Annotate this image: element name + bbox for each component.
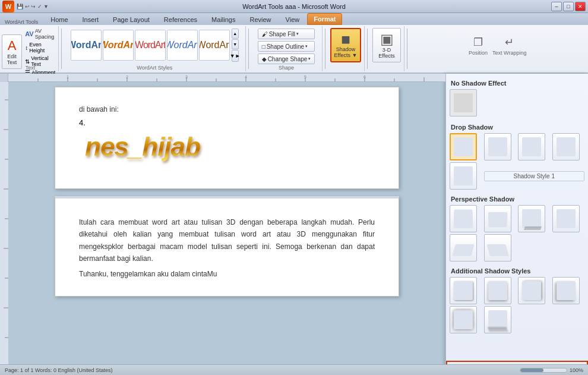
- edit-text-button[interactable]: A Edit Text: [2, 34, 22, 69]
- wordart-scroll-down[interactable]: ▼: [232, 39, 239, 49]
- threed-group: ▣ 3-D Effects: [370, 26, 404, 71]
- change-shape-icon: ◆: [262, 56, 267, 62]
- shadow-panel-scroll[interactable]: No Shadow Effect Drop Shadow: [446, 74, 588, 361]
- drop-shadow-1[interactable]: [450, 133, 477, 160]
- wordart-display[interactable]: nes_hijab: [85, 132, 375, 162]
- tab-home[interactable]: Home: [44, 14, 74, 25]
- outline-dropdown[interactable]: ▾: [305, 44, 308, 49]
- title-bar: W 💾 ↩ ↪ ✓ ▼ WordArt Tools aaa - Microsof…: [0, 0, 588, 13]
- vertical-ruler: [0, 82, 8, 364]
- add-shadow-1[interactable]: [450, 277, 477, 304]
- persp-4-preview: [557, 209, 576, 228]
- drop-shadow-3[interactable]: [518, 133, 545, 160]
- shape-group-label: Shape: [251, 65, 322, 71]
- fill-dropdown[interactable]: ▾: [296, 31, 299, 36]
- main-area: 1 2 3 4 5 6: [0, 74, 588, 375]
- drop-shadow-5[interactable]: [450, 162, 477, 190]
- svg-text:3: 3: [185, 75, 188, 79]
- tab-view[interactable]: View: [279, 14, 306, 25]
- wordart-text: nes_hijab: [85, 132, 200, 162]
- drop-shadow-3-preview: [522, 137, 541, 156]
- drop-shadow-4[interactable]: [552, 133, 580, 160]
- add-shadow-2[interactable]: [484, 277, 511, 304]
- tab-insert[interactable]: Insert: [76, 14, 106, 25]
- spacing-label: AV Spacing: [35, 28, 58, 40]
- add-shadow-6[interactable]: [484, 306, 511, 333]
- num-4-label: 4.: [79, 118, 375, 127]
- office-icon: W 💾 ↩ ↪ ✓ ▼: [2, 1, 49, 12]
- maximize-btn[interactable]: □: [563, 2, 574, 11]
- drop-shadow-5-preview: [454, 166, 473, 185]
- wordart-style-5[interactable]: WordArt: [199, 30, 230, 61]
- perspective-shadow-3[interactable]: [518, 205, 545, 232]
- tab-review[interactable]: Review: [243, 14, 277, 25]
- perspective-shadow-4[interactable]: [552, 205, 580, 232]
- threed-label: 3-D Effects: [374, 48, 399, 59]
- ribbon-content: A Edit Text AV AV Spacing ↕ Even Height …: [0, 25, 588, 73]
- wordart-style-4[interactable]: WordArt: [167, 30, 198, 61]
- drop-shadow-4-preview: [557, 137, 576, 156]
- svg-text:2: 2: [126, 75, 128, 79]
- svg-text:1: 1: [67, 75, 69, 79]
- wordart-scroll-more[interactable]: ▼►: [232, 50, 239, 62]
- tab-format[interactable]: Format: [307, 13, 342, 25]
- shadow-effects-icon: ■: [341, 31, 350, 47]
- page-2: Itulah cara membuat word art atau tulisa…: [55, 196, 399, 297]
- wordart-scroll-up[interactable]: ▲: [232, 29, 239, 39]
- no-shadow-cell[interactable]: [450, 89, 477, 116]
- wordart-style-3[interactable]: WordArt: [135, 30, 166, 61]
- spacing-btn[interactable]: AV AV Spacing: [24, 27, 59, 40]
- wordart-style-1[interactable]: WordArt: [71, 30, 102, 61]
- zoom-level: [520, 368, 543, 372]
- perspective-shadow-6[interactable]: [484, 234, 511, 261]
- wordart-style-2[interactable]: WordArt: [103, 30, 134, 61]
- perspective-shadow-2[interactable]: [484, 205, 511, 232]
- minimize-btn[interactable]: –: [551, 2, 562, 11]
- di-bawah-ini-text: di bawah ini:: [79, 105, 375, 114]
- shape-fill-btn[interactable]: 🖌 Shape Fill ▾: [258, 29, 315, 39]
- wordart-scroll: ▲ ▼ ▼►: [232, 29, 239, 62]
- threed-button[interactable]: ▣ 3-D Effects: [372, 28, 401, 62]
- wordart-styles-label: WordArt Styles: [64, 65, 245, 71]
- shape-outline-btn[interactable]: □ Shape Outline ▾: [258, 41, 315, 52]
- additional-shadow-title: Additional Shadow Styles: [450, 265, 584, 277]
- ruler-corner: [0, 74, 8, 82]
- add-5-preview: [454, 310, 473, 329]
- doc-pages: di bawah ini: 4. nes_hijab Itulah cara m…: [8, 82, 445, 364]
- persp-1-preview: [454, 210, 473, 229]
- shadow-style-1-label[interactable]: Shadow Style 1: [484, 171, 585, 181]
- even-height-btn[interactable]: ↕ Even Height: [24, 41, 59, 54]
- no-shadow-title: No Shadow Effect: [450, 77, 584, 89]
- tab-pagelayout[interactable]: Page Layout: [106, 14, 156, 25]
- ribbon: WordArt Tools Home Insert Page Layout Re…: [0, 13, 588, 74]
- drop-shadow-title: Drop Shadow: [450, 121, 584, 133]
- zoom-bar[interactable]: [520, 368, 567, 373]
- tab-mailings[interactable]: Mailings: [205, 14, 242, 25]
- position-btn[interactable]: ❐ Position: [469, 36, 488, 56]
- drop-shadow-2[interactable]: [484, 133, 511, 160]
- perspective-shadow-1[interactable]: [450, 205, 477, 232]
- no-shadow-preview: [454, 93, 473, 112]
- sep4: [367, 29, 368, 69]
- change-shape-btn[interactable]: ◆ Change Shape ▾: [258, 53, 315, 64]
- doc-content[interactable]: di bawah ini: 4. nes_hijab Itulah cara m…: [8, 82, 445, 364]
- text-group: A Edit Text AV AV Spacing ↕ Even Height …: [2, 26, 59, 71]
- persp-3-preview: [522, 209, 541, 228]
- svg-text:6: 6: [363, 75, 366, 79]
- add-2-preview: [488, 281, 507, 300]
- shadow-effects-button[interactable]: ■ ShadowEffects ▼: [330, 28, 361, 62]
- text-wrapping-btn[interactable]: ↵ Text Wrapping: [492, 36, 526, 56]
- window-controls[interactable]: – □ ✕: [551, 2, 586, 11]
- add-shadow-4[interactable]: [552, 277, 580, 304]
- status-text: Page: 1 of 1 Words: 0 English (United St…: [5, 367, 112, 373]
- tab-references[interactable]: References: [157, 14, 204, 25]
- shadow-effects-group: ■ ShadowEffects ▼: [328, 26, 365, 71]
- perspective-shadow-title: Perspective Shadow: [450, 193, 584, 205]
- add-shadow-3[interactable]: [518, 277, 545, 304]
- sep1: [61, 29, 62, 69]
- shape-dropdown[interactable]: ▾: [308, 56, 311, 61]
- close-btn[interactable]: ✕: [575, 2, 586, 11]
- add-shadow-5[interactable]: [450, 306, 477, 333]
- perspective-shadow-5[interactable]: [450, 234, 477, 261]
- change-shape-label: Change Shape: [268, 56, 308, 62]
